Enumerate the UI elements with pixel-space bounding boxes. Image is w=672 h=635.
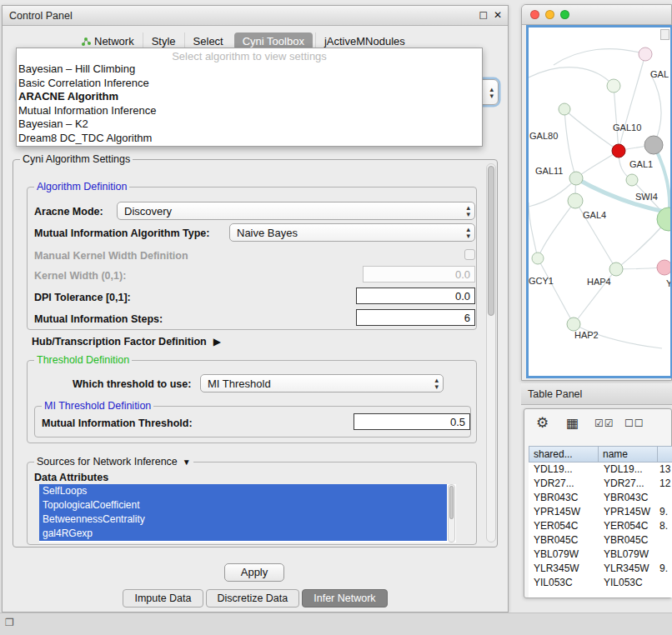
- mac-zoom-button[interactable]: [560, 10, 569, 19]
- node-label[interactable]: GAL4: [583, 210, 606, 220]
- tab-discretize-data[interactable]: Discretize Data: [206, 589, 300, 608]
- minimized-panel-icon[interactable]: ❐: [5, 617, 14, 628]
- hub-tf-section-toggle[interactable]: Hub/Transcription Factor Definition ▶: [32, 334, 221, 349]
- tab-infer-network[interactable]: Infer Network: [302, 589, 387, 608]
- network-node[interactable]: [568, 193, 583, 208]
- attribute-list-scrollbar[interactable]: [448, 484, 455, 542]
- cell[interactable]: YPR145W: [599, 505, 658, 519]
- table-row[interactable]: YBR043CYBR043C: [529, 491, 672, 505]
- which-threshold-combo[interactable]: MI Threshold ▴▾: [200, 374, 444, 392]
- cell[interactable]: [658, 491, 672, 505]
- cell[interactable]: YER054C: [599, 519, 658, 533]
- node-label[interactable]: GCY1: [529, 276, 554, 286]
- cell[interactable]: 9.: [658, 505, 672, 519]
- control-panel-titlebar[interactable]: Control Panel ◻ ✕: [3, 6, 508, 26]
- cell[interactable]: YPR145W: [529, 505, 599, 519]
- network-node[interactable]: [639, 48, 652, 61]
- cell[interactable]: [658, 576, 672, 590]
- node-label[interactable]: GAL1: [629, 159, 653, 169]
- select-all-icon[interactable]: ☑☑: [594, 418, 614, 429]
- node-label[interactable]: Y: [666, 278, 670, 288]
- network-node[interactable]: [626, 174, 638, 186]
- gear-icon[interactable]: ⚙: [536, 414, 549, 432]
- dropdown-item[interactable]: Basic Correlation Inference: [17, 77, 482, 91]
- network-window-titlebar[interactable]: [522, 5, 671, 25]
- table-row[interactable]: YDL19...YDL19...13: [529, 462, 672, 477]
- cell[interactable]: YBL079W: [599, 548, 658, 562]
- cell[interactable]: 9.: [658, 562, 672, 576]
- dropdown-item-selected[interactable]: ARACNE Algorithm: [17, 90, 482, 104]
- dpi-tolerance-input[interactable]: 0.0: [356, 288, 475, 304]
- deselect-all-icon[interactable]: ☐☐: [624, 418, 644, 429]
- network-node[interactable]: [657, 260, 670, 275]
- cell[interactable]: YER054C: [529, 519, 599, 533]
- table-row[interactable]: YIL053CYIL053C: [529, 576, 672, 590]
- network-node-highlighted[interactable]: [612, 144, 625, 158]
- cell[interactable]: YBR043C: [599, 491, 658, 505]
- node-label[interactable]: GAL80: [529, 131, 558, 141]
- close-window-icon[interactable]: ✕: [494, 9, 502, 21]
- cell[interactable]: YLR345W: [599, 562, 658, 576]
- cell[interactable]: YBL079W: [529, 548, 599, 562]
- network-node[interactable]: [559, 103, 570, 115]
- network-canvas[interactable]: GAL80 GAL GAL10 GAL11 GAL1 SWI4 GAL4 GCY…: [529, 28, 670, 376]
- table-row[interactable]: YLR345WYLR345W9.: [529, 562, 672, 576]
- mac-minimize-button[interactable]: [545, 10, 554, 19]
- dropdown-item[interactable]: Dream8 DC_TDC Algorithm: [17, 132, 482, 146]
- dropdown-item[interactable]: Mutual Information Inference: [17, 104, 482, 118]
- network-node[interactable]: [569, 172, 583, 185]
- node-label[interactable]: GAL10: [613, 122, 641, 132]
- apply-button[interactable]: Apply: [224, 563, 284, 582]
- dropdown-item[interactable]: Bayesian – Hill Climbing: [17, 62, 482, 77]
- cell[interactable]: YIL053C: [599, 576, 658, 590]
- settings-scrollbar[interactable]: [486, 163, 496, 542]
- table-row[interactable]: YDR27...YDR27...12: [529, 477, 672, 491]
- node-label[interactable]: GAL11: [535, 166, 563, 176]
- attribute-item-selected[interactable]: TopologicalCoefficient: [39, 498, 447, 512]
- add-column-icon[interactable]: ▦: [566, 415, 579, 431]
- column-header-name[interactable]: name: [599, 446, 658, 462]
- float-window-icon[interactable]: ◻: [479, 8, 488, 21]
- table-row[interactable]: YER054CYER054C8.: [529, 519, 672, 533]
- table-row[interactable]: YPR145WYPR145W9.: [529, 505, 672, 519]
- cell[interactable]: YBR043C: [529, 491, 599, 505]
- network-node[interactable]: [607, 79, 620, 92]
- cell[interactable]: [658, 533, 672, 548]
- table-row[interactable]: YBL079WYBL079W: [529, 548, 672, 562]
- node-label[interactable]: HAP4: [587, 277, 611, 287]
- attribute-item-selected[interactable]: SelfLoops: [39, 484, 447, 498]
- cell[interactable]: YDR27...: [529, 477, 599, 491]
- cell[interactable]: YDL19...: [529, 462, 599, 477]
- node-label[interactable]: SWI4: [635, 192, 658, 202]
- settings-scrollbar-thumb[interactable]: [488, 166, 494, 316]
- network-node[interactable]: [567, 318, 580, 331]
- cell[interactable]: YLR345W: [529, 562, 599, 576]
- attribute-list-scrollbar-thumb[interactable]: [449, 486, 454, 519]
- column-header-extra[interactable]: [658, 446, 672, 462]
- cell[interactable]: YIL053C: [529, 576, 599, 590]
- dropdown-item[interactable]: Bayesian – K2: [17, 118, 482, 132]
- cell[interactable]: YBR045C: [599, 533, 658, 548]
- table-panel-titlebar[interactable]: Table Panel: [521, 383, 672, 405]
- node-label[interactable]: HAP2: [574, 330, 599, 340]
- cell[interactable]: YDL19...: [599, 462, 658, 477]
- tab-impute-data[interactable]: Impute Data: [123, 589, 203, 608]
- node-label[interactable]: GAL: [650, 69, 669, 79]
- cell[interactable]: 8.: [658, 519, 672, 533]
- mac-close-button[interactable]: [530, 10, 539, 19]
- canvas-corner-widget[interactable]: [660, 29, 669, 40]
- network-node[interactable]: [532, 252, 544, 264]
- mi-type-combo[interactable]: Naive Bayes ▴▾: [229, 223, 475, 242]
- network-node[interactable]: [609, 262, 623, 276]
- mi-steps-input[interactable]: 6: [356, 309, 475, 326]
- attribute-item-selected[interactable]: gal4RGexp: [39, 527, 447, 541]
- network-node[interactable]: [644, 136, 663, 154]
- attribute-item-selected[interactable]: BetweennessCentrality: [39, 512, 447, 527]
- cell[interactable]: [658, 548, 672, 562]
- cell[interactable]: YDR27...: [599, 477, 658, 491]
- cell[interactable]: YBR045C: [529, 533, 599, 548]
- mi-threshold-input[interactable]: 0.5: [354, 413, 470, 430]
- column-header-shared[interactable]: shared...: [529, 446, 599, 462]
- cell[interactable]: 13: [658, 462, 672, 477]
- sources-title-row[interactable]: Sources for Network Inference ▼: [34, 456, 193, 468]
